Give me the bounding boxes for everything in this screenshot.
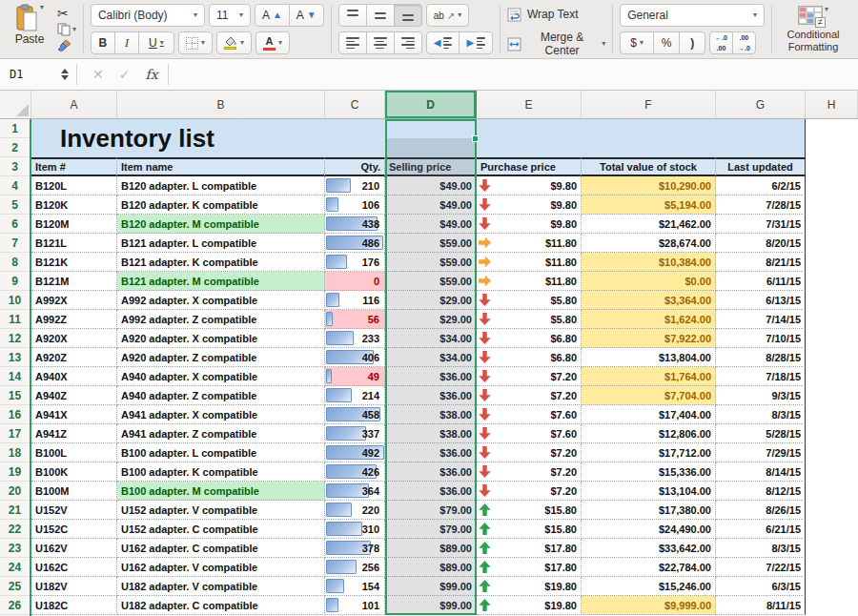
- cell-qty[interactable]: 426: [325, 462, 385, 482]
- cell-total-value[interactable]: $17,404.00: [582, 405, 716, 424]
- row-header-14[interactable]: 14: [0, 367, 30, 386]
- cell-selling-price[interactable]: $49.00: [385, 195, 477, 215]
- row-header-15[interactable]: 15: [0, 386, 30, 405]
- cell-selling-price[interactable]: $34.00: [385, 329, 477, 348]
- cell-item-number[interactable]: A940Z: [31, 386, 117, 405]
- cell-item-name[interactable]: U152 adapter. C compatible: [117, 520, 325, 539]
- cell-item-name[interactable]: B121 adapter. M compatible: [117, 272, 325, 291]
- cell-item-number[interactable]: A920X: [31, 329, 117, 348]
- cell-purchase-price[interactable]: $15.80: [477, 501, 582, 520]
- increase-indent-button[interactable]: ▶: [459, 31, 493, 54]
- cell-empty[interactable]: [806, 310, 858, 329]
- row-header-17[interactable]: 17: [0, 424, 30, 443]
- cell-selling-price[interactable]: $36.00: [385, 482, 477, 501]
- cell-total-value[interactable]: $13,804.00: [582, 348, 716, 367]
- cell-purchase-price[interactable]: $7.20: [477, 482, 582, 501]
- row-header-18[interactable]: 18: [0, 443, 30, 462]
- cell-purchase-price[interactable]: $15.80: [477, 520, 582, 539]
- select-all-corner[interactable]: [0, 91, 31, 118]
- cell-item-number[interactable]: U152C: [31, 520, 117, 539]
- cell-purchase-price[interactable]: $7.20: [477, 443, 582, 462]
- row-header-25[interactable]: 25: [0, 577, 30, 596]
- row-header-22[interactable]: 22: [0, 520, 30, 539]
- cell-last-updated[interactable]: 8/3/15: [716, 405, 806, 424]
- increase-decimal-button[interactable]: .00 →.0: [732, 31, 756, 54]
- cell-purchase-price[interactable]: $17.80: [477, 539, 582, 558]
- cell-item-name[interactable]: A920 adapter. Z compatible: [117, 348, 325, 367]
- cell-last-updated[interactable]: 7/28/15: [716, 195, 806, 215]
- cell-total-value[interactable]: $1,624.00: [582, 310, 716, 329]
- cell-item-name[interactable]: A941 adapter. X compatible: [117, 405, 325, 424]
- cell-selling-price[interactable]: $79.00: [385, 520, 477, 539]
- cell-last-updated[interactable]: 7/31/15: [716, 215, 806, 234]
- cell-total-value[interactable]: $22,784.00: [582, 558, 716, 577]
- cell-item-number[interactable]: U162C: [31, 558, 117, 577]
- cell-selling-price[interactable]: $36.00: [385, 443, 477, 462]
- column-header-D[interactable]: D: [385, 91, 477, 118]
- cell-total-value[interactable]: $24,490.00: [582, 520, 716, 539]
- cell-selling-price[interactable]: $99.00: [385, 596, 477, 615]
- cell-total-value[interactable]: $10,290.00: [582, 176, 716, 195]
- column-header-H[interactable]: H: [806, 91, 858, 118]
- cell-empty[interactable]: [806, 596, 858, 615]
- cell-empty[interactable]: [806, 215, 858, 234]
- cell-empty[interactable]: [806, 157, 858, 176]
- cell-item-name[interactable]: A992 adapter. X compatible: [117, 291, 325, 310]
- cell-empty[interactable]: [806, 119, 858, 157]
- header-selling-price[interactable]: Selling price: [385, 157, 477, 176]
- comma-format-button[interactable]: ): [679, 31, 705, 54]
- cell-empty[interactable]: [806, 443, 858, 462]
- cell-item-name[interactable]: B120 adapter. K compatible: [117, 195, 325, 215]
- header-item-name[interactable]: Item name: [117, 157, 325, 176]
- align-left-button[interactable]: [338, 31, 367, 54]
- cell-item-name[interactable]: A940 adapter. X compatible: [117, 367, 325, 386]
- cell-selling-price[interactable]: $38.00: [385, 424, 477, 443]
- cell-item-number[interactable]: B100M: [31, 482, 117, 501]
- align-center-button[interactable]: [366, 31, 395, 54]
- cell-total-value[interactable]: $15,336.00: [582, 462, 716, 482]
- cell-last-updated[interactable]: 5/28/15: [716, 424, 806, 443]
- cell-last-updated[interactable]: 7/22/15: [716, 558, 806, 577]
- row-header-26[interactable]: 26: [0, 596, 30, 615]
- header-qty[interactable]: Qty.: [325, 157, 385, 176]
- cell-total-value[interactable]: $17,712.00: [582, 443, 716, 462]
- paste-dropdown-caret-icon[interactable]: ▾: [40, 4, 44, 11]
- cell-qty[interactable]: 378: [325, 539, 385, 558]
- cell-qty[interactable]: 492: [325, 443, 385, 462]
- row-header-21[interactable]: 21: [0, 501, 30, 520]
- cell-total-value[interactable]: $3,364.00: [582, 291, 716, 310]
- row-header-10[interactable]: 10: [0, 291, 30, 310]
- header-total-value[interactable]: Total value of stock: [582, 157, 716, 176]
- cell-total-value[interactable]: $28,674.00: [582, 234, 716, 253]
- cell-item-number[interactable]: B120K: [31, 195, 117, 215]
- increase-font-button[interactable]: A▲: [255, 4, 290, 27]
- cut-button[interactable]: ✂: [57, 5, 76, 21]
- cell-empty[interactable]: [806, 348, 858, 367]
- cell-empty[interactable]: [806, 539, 858, 558]
- cell-item-name[interactable]: U182 adapter. V compatible: [117, 577, 325, 596]
- cell-qty[interactable]: 101: [325, 596, 385, 615]
- cell-item-number[interactable]: A941X: [31, 405, 117, 424]
- cell-total-value[interactable]: $7,704.00: [582, 386, 716, 405]
- column-header-A[interactable]: A: [31, 91, 117, 118]
- align-bottom-button[interactable]: [394, 4, 422, 27]
- cell-purchase-price[interactable]: $5.80: [477, 310, 582, 329]
- cell-empty[interactable]: [806, 176, 858, 195]
- cell-selling-price[interactable]: $99.00: [385, 577, 477, 596]
- cell-selling-price[interactable]: $59.00: [385, 253, 477, 272]
- column-header-F[interactable]: F: [582, 91, 716, 118]
- cell-item-name[interactable]: B100 adapter. L compatible: [117, 443, 325, 462]
- cell-qty[interactable]: 210: [325, 176, 385, 195]
- cell-total-value[interactable]: $13,104.00: [582, 482, 716, 501]
- cell-last-updated[interactable]: 6/3/15: [716, 577, 806, 596]
- row-header-1[interactable]: 1: [0, 119, 30, 138]
- cell-qty[interactable]: 0: [325, 272, 385, 291]
- cell-purchase-price[interactable]: $9.80: [477, 176, 582, 195]
- cell-selling-price[interactable]: $79.00: [385, 501, 477, 520]
- cell-item-name[interactable]: U152 adapter. V compatible: [117, 501, 325, 520]
- cell-last-updated[interactable]: 8/3/15: [716, 539, 806, 558]
- column-header-C[interactable]: C: [325, 91, 385, 118]
- column-header-B[interactable]: B: [117, 91, 325, 118]
- cell-last-updated[interactable]: 8/12/15: [716, 482, 806, 501]
- cell-last-updated[interactable]: 6/21/15: [716, 520, 806, 539]
